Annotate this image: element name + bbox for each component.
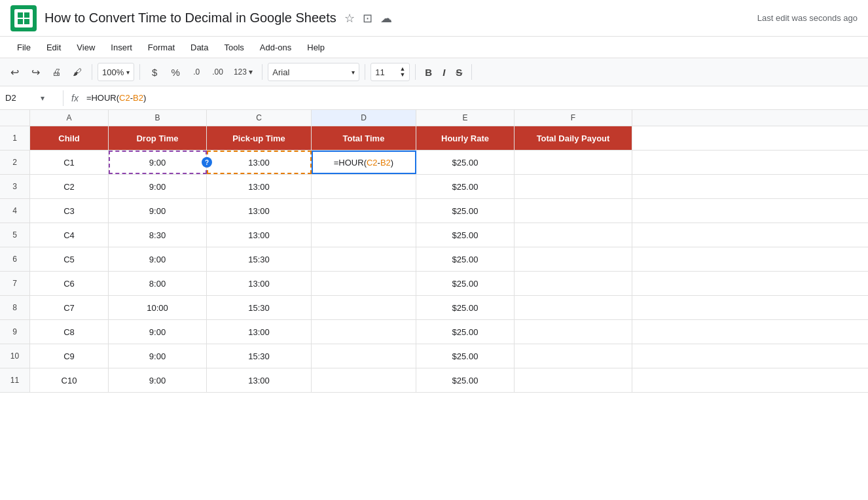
- cell-b11[interactable]: 9:00: [109, 368, 207, 392]
- cell-d2[interactable]: =HOUR(C2-B2): [312, 151, 416, 174]
- formula-input[interactable]: =HOUR(C2-B2): [86, 93, 863, 103]
- doc-title[interactable]: How to Convert Time to Decimal in Google…: [45, 10, 336, 26]
- cell-e3[interactable]: $25.00: [416, 175, 515, 198]
- cell-f3[interactable]: [515, 175, 632, 198]
- col-header-d[interactable]: D: [312, 110, 416, 126]
- menu-view[interactable]: View: [70, 40, 101, 55]
- cell-a5[interactable]: C4: [30, 223, 109, 247]
- cell-a3[interactable]: C2: [30, 175, 109, 198]
- cell-d10[interactable]: [312, 344, 416, 368]
- cell-d6[interactable]: [312, 247, 416, 271]
- cell-d11[interactable]: [312, 368, 416, 392]
- cell-f1[interactable]: Total Daily Payout: [515, 126, 632, 150]
- cell-c3[interactable]: 13:00: [207, 175, 312, 198]
- paint-format-button[interactable]: 🖌: [68, 63, 86, 81]
- cell-d4[interactable]: [312, 199, 416, 223]
- undo-button[interactable]: ↩: [5, 63, 24, 81]
- cell-e11[interactable]: $25.00: [416, 368, 515, 392]
- cell-f4[interactable]: [515, 199, 632, 223]
- cell-b4[interactable]: 9:00: [109, 199, 207, 223]
- redo-button[interactable]: ↪: [26, 63, 45, 81]
- cell-a7[interactable]: C6: [30, 272, 109, 295]
- cell-d7[interactable]: [312, 272, 416, 295]
- cell-b8[interactable]: 10:00: [109, 296, 207, 319]
- currency-button[interactable]: $: [145, 63, 164, 81]
- cell-c11[interactable]: 13:00: [207, 368, 312, 392]
- cell-c9[interactable]: 13:00: [207, 320, 312, 344]
- italic-button[interactable]: I: [439, 63, 449, 81]
- cell-b6[interactable]: 9:00: [109, 247, 207, 271]
- more-formats-button[interactable]: 123 ▾: [230, 63, 257, 81]
- menu-data[interactable]: Data: [184, 40, 215, 55]
- cell-e1[interactable]: Hourly Rate: [416, 126, 515, 150]
- menu-addons[interactable]: Add-ons: [253, 40, 298, 55]
- cell-a2[interactable]: C1: [30, 151, 109, 174]
- cell-a11[interactable]: C10: [30, 368, 109, 392]
- cell-b9[interactable]: 9:00: [109, 320, 207, 344]
- star-icon[interactable]: ☆: [344, 11, 355, 26]
- col-header-c[interactable]: C: [207, 110, 312, 126]
- cell-a1[interactable]: Child: [30, 126, 109, 150]
- cell-e8[interactable]: $25.00: [416, 296, 515, 319]
- cell-a9[interactable]: C8: [30, 320, 109, 344]
- cell-a4[interactable]: C3: [30, 199, 109, 223]
- cell-f2[interactable]: [515, 151, 632, 174]
- cell-ref-input[interactable]: [5, 93, 38, 103]
- strikethrough-button[interactable]: S: [452, 63, 466, 81]
- cell-e9[interactable]: $25.00: [416, 320, 515, 344]
- cell-e7[interactable]: $25.00: [416, 272, 515, 295]
- percent-button[interactable]: %: [166, 63, 185, 81]
- cell-f6[interactable]: [515, 247, 632, 271]
- cell-e10[interactable]: $25.00: [416, 344, 515, 368]
- cell-f11[interactable]: [515, 368, 632, 392]
- cell-f8[interactable]: [515, 296, 632, 319]
- cloud-icon[interactable]: ☁: [380, 11, 392, 26]
- font-size-select[interactable]: 11 ▲▼: [371, 63, 410, 81]
- cell-d5[interactable]: [312, 223, 416, 247]
- cell-a10[interactable]: C9: [30, 344, 109, 368]
- cell-c4[interactable]: 13:00: [207, 199, 312, 223]
- cell-e5[interactable]: $25.00: [416, 223, 515, 247]
- folder-icon[interactable]: ⊡: [363, 11, 372, 26]
- menu-tools[interactable]: Tools: [217, 40, 250, 55]
- menu-insert[interactable]: Insert: [104, 40, 139, 55]
- cell-a6[interactable]: C5: [30, 247, 109, 271]
- cell-b3[interactable]: 9:00: [109, 175, 207, 198]
- col-header-b[interactable]: B: [109, 110, 207, 126]
- cell-c10[interactable]: 15:30: [207, 344, 312, 368]
- cell-c6[interactable]: 15:30: [207, 247, 312, 271]
- cell-b1[interactable]: Drop Time: [109, 126, 207, 150]
- cell-f7[interactable]: [515, 272, 632, 295]
- col-header-f[interactable]: F: [515, 110, 632, 126]
- cell-d3[interactable]: [312, 175, 416, 198]
- cell-b2[interactable]: 9:00: [109, 151, 207, 174]
- print-button[interactable]: 🖨: [47, 63, 65, 81]
- col-header-e[interactable]: E: [416, 110, 515, 126]
- col-header-a[interactable]: A: [30, 110, 109, 126]
- cell-f9[interactable]: [515, 320, 632, 344]
- cell-e6[interactable]: $25.00: [416, 247, 515, 271]
- decimal-increase-button[interactable]: .00: [208, 63, 227, 81]
- menu-edit[interactable]: Edit: [40, 40, 67, 55]
- menu-format[interactable]: Format: [141, 40, 181, 55]
- decimal-decrease-button[interactable]: .0: [187, 63, 206, 81]
- cell-b10[interactable]: 9:00: [109, 344, 207, 368]
- cell-b7[interactable]: 8:00: [109, 272, 207, 295]
- cell-f5[interactable]: [515, 223, 632, 247]
- cell-a8[interactable]: C7: [30, 296, 109, 319]
- cell-d1[interactable]: Total Time: [312, 126, 416, 150]
- cell-c2[interactable]: 13:00 ?: [207, 151, 312, 174]
- cell-e2[interactable]: $25.00: [416, 151, 515, 174]
- menu-help[interactable]: Help: [300, 40, 331, 55]
- zoom-select[interactable]: 100% ▾: [98, 63, 134, 81]
- font-name-select[interactable]: Arial ▾: [268, 63, 359, 81]
- cell-c8[interactable]: 15:30: [207, 296, 312, 319]
- bold-button[interactable]: B: [421, 63, 436, 81]
- cell-c1[interactable]: Pick-up Time: [207, 126, 312, 150]
- cell-d9[interactable]: [312, 320, 416, 344]
- cell-c5[interactable]: 13:00: [207, 223, 312, 247]
- cell-b5[interactable]: 8:30: [109, 223, 207, 247]
- menu-file[interactable]: File: [10, 40, 37, 55]
- cell-d8[interactable]: [312, 296, 416, 319]
- cell-ref-dropdown[interactable]: ▾: [41, 94, 45, 103]
